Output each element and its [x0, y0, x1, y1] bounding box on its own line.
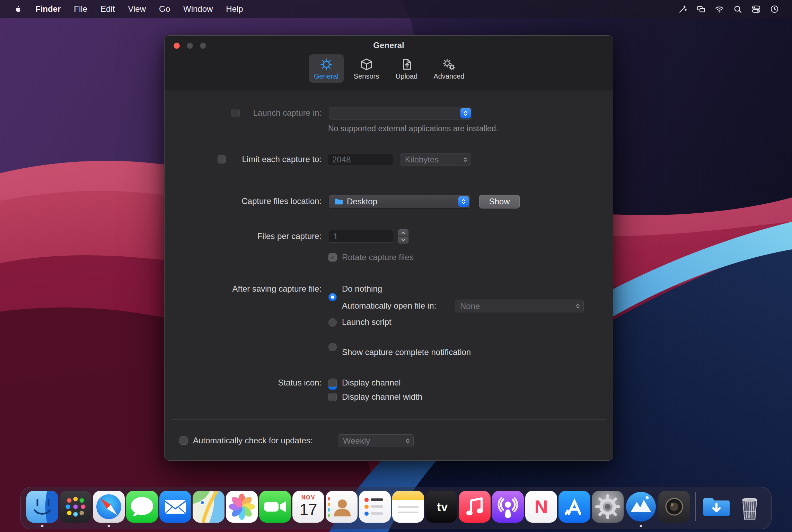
menu-help[interactable]: Help: [219, 0, 249, 18]
gears-icon: [442, 57, 456, 71]
dock-separator: [695, 492, 696, 521]
running-indicator: [640, 525, 642, 527]
dock-item-facetime[interactable]: [259, 491, 291, 523]
dock-item-trash[interactable]: [734, 491, 766, 523]
check-updates-label: Automatically check for updates:: [193, 435, 313, 446]
dock-item-sysprefs[interactable]: [592, 491, 624, 523]
dock-item-appstore[interactable]: [558, 491, 590, 523]
displays-icon[interactable]: [692, 5, 710, 14]
launch-capture-checkbox[interactable]: [231, 109, 240, 117]
display-channel-width-label: Display channel width: [342, 392, 422, 402]
menu-edit[interactable]: Edit: [94, 0, 121, 18]
rotate-capture-checkbox[interactable]: [328, 253, 337, 261]
folder-icon: [334, 198, 343, 205]
window-header: General General Sensors: [165, 36, 613, 90]
dock-item-messages[interactable]: [126, 491, 158, 523]
limit-size-field[interactable]: 2048: [328, 153, 393, 166]
tab-upload[interactable]: Upload: [389, 54, 424, 83]
files-per-capture-label: Files per capture:: [257, 231, 322, 241]
dock-item-reminders[interactable]: [359, 491, 391, 523]
dock-item-maps[interactable]: [193, 491, 225, 523]
menu-file[interactable]: File: [67, 0, 94, 18]
running-indicator: [108, 525, 110, 527]
menu-window[interactable]: Window: [177, 0, 219, 18]
upload-doc-icon: [400, 57, 414, 71]
dock-item-podcasts[interactable]: [492, 491, 524, 523]
dock-item-calendar[interactable]: NOV17: [292, 491, 324, 523]
auto-open-label: Automatically open file in:: [342, 301, 436, 311]
limit-unit-dropdown[interactable]: Kilobytes: [400, 153, 471, 166]
dock-item-capture[interactable]: [625, 491, 657, 523]
notification-label: Show capture complete notification: [342, 347, 471, 357]
menu-view[interactable]: View: [121, 0, 152, 18]
dock-item-downloads[interactable]: [701, 491, 732, 523]
launch-script-radio[interactable]: [328, 343, 337, 351]
auto-open-value: None: [460, 301, 480, 311]
capture-location-dropdown[interactable]: Desktop: [329, 195, 470, 208]
dock-item-notes[interactable]: [392, 491, 424, 523]
launch-script-label: Launch script: [342, 317, 391, 327]
desktop: Finder File Edit View Go Window Help: [0, 0, 792, 532]
show-button[interactable]: Show: [479, 195, 520, 209]
limit-capture-checkbox[interactable]: [218, 155, 226, 163]
check-updates-checkbox[interactable]: [179, 436, 188, 445]
status-icon-label: Status icon:: [278, 378, 322, 388]
display-channel-checkbox[interactable]: [328, 379, 337, 387]
dock-item-safari[interactable]: [93, 491, 125, 523]
launch-capture-dropdown[interactable]: [329, 107, 472, 119]
dock-item-contacts[interactable]: [326, 491, 358, 523]
gear-icon: [319, 57, 333, 71]
capture-location-value: Desktop: [347, 197, 377, 206]
apple-menu[interactable]: [8, 5, 29, 14]
menu-go[interactable]: Go: [152, 0, 177, 18]
clock-icon[interactable]: [765, 5, 784, 14]
auto-open-radio[interactable]: [328, 318, 337, 327]
stepper-up-icon[interactable]: [398, 229, 408, 236]
dropdown-arrows-icon: [460, 108, 471, 118]
limit-capture-label: Limit each capture to:: [242, 154, 322, 165]
divider: [172, 419, 606, 420]
window-content: Launch capture in: No supported external…: [165, 90, 613, 460]
tab-advanced[interactable]: Advanced: [430, 54, 469, 83]
do-nothing-radio[interactable]: [328, 293, 337, 301]
dock-item-launchpad[interactable]: [60, 491, 91, 523]
no-apps-note: No supported external applications are i…: [328, 124, 498, 133]
dropdown-arrows-icon: [463, 156, 468, 163]
tab-label: General: [314, 72, 338, 80]
dock-item-music[interactable]: [459, 491, 491, 523]
dock-item-mail[interactable]: [159, 491, 191, 523]
spotlight-icon[interactable]: [729, 5, 747, 14]
display-channel-width-checkbox[interactable]: [328, 393, 337, 401]
toolbar-tabs: General Sensors Upload: [165, 54, 613, 83]
files-per-capture-stepper[interactable]: [398, 229, 408, 243]
wifi-icon[interactable]: [710, 5, 729, 14]
updates-interval-dropdown[interactable]: Weekly: [338, 434, 414, 447]
display-channel-label: Display channel: [342, 378, 401, 388]
rotate-capture-label: Rotate capture files: [342, 252, 414, 263]
capture-location-label: Capture files location:: [241, 196, 322, 206]
files-per-capture-field[interactable]: 1: [329, 230, 393, 243]
running-indicator: [41, 525, 44, 527]
dock-item-tv[interactable]: tv: [425, 491, 457, 523]
tab-label: Upload: [396, 72, 417, 80]
apple-logo-icon: [15, 5, 22, 14]
menu-bar-left: Finder File Edit View Go Window Help: [0, 0, 250, 18]
menu-bar: Finder File Edit View Go Window Help: [0, 0, 792, 18]
dock-item-darkapp[interactable]: [658, 491, 690, 523]
wand-icon[interactable]: [674, 5, 692, 14]
dock-item-news[interactable]: N: [525, 491, 557, 523]
limit-unit-value: Kilobytes: [405, 155, 439, 165]
dropdown-arrows-icon: [405, 437, 410, 444]
control-center-icon[interactable]: [747, 5, 765, 14]
tab-sensors[interactable]: Sensors: [349, 54, 384, 83]
menu-finder[interactable]: Finder: [29, 0, 67, 18]
stepper-down-icon[interactable]: [398, 237, 408, 243]
dock-item-photos[interactable]: [226, 491, 258, 523]
dock-item-finder[interactable]: [26, 491, 58, 523]
cube-icon: [360, 57, 373, 71]
dropdown-arrows-icon: [575, 303, 580, 310]
auto-open-dropdown[interactable]: None: [455, 300, 584, 312]
preferences-window: General General Sensors: [164, 35, 613, 461]
do-nothing-label: Do nothing: [342, 284, 382, 294]
tab-general[interactable]: General: [309, 54, 344, 83]
